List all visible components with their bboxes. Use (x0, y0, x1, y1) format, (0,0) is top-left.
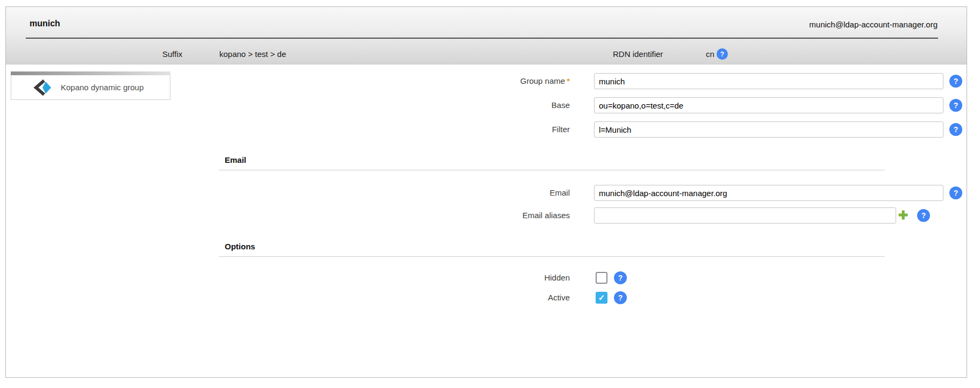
hidden-checkbox[interactable]: ✓ (596, 272, 607, 284)
email-aliases-help-icon[interactable]: ? (917, 209, 930, 222)
hidden-label: Hidden (355, 273, 570, 282)
group-name-input[interactable] (594, 73, 943, 89)
hidden-help-icon[interactable]: ? (614, 271, 627, 284)
tab-label: Kopano dynamic group (61, 83, 144, 92)
email-section-header: Email (219, 155, 884, 170)
account-identifier: munich@ldap-account-manager.org (809, 20, 938, 29)
filter-help-icon[interactable]: ? (949, 123, 962, 136)
email-aliases-label: Email aliases (355, 211, 570, 220)
email-help-icon[interactable]: ? (949, 186, 962, 199)
tab-active-strip (11, 71, 170, 75)
active-label: Active (355, 293, 570, 302)
required-marker: * (567, 76, 570, 85)
options-section-title: Options (225, 242, 255, 251)
base-label: Base (355, 100, 570, 110)
active-help-icon[interactable]: ? (614, 291, 627, 304)
filter-input[interactable] (594, 121, 943, 138)
rdn-identifier-value: cn (706, 49, 714, 59)
base-help-icon[interactable]: ? (949, 99, 962, 112)
active-checkbox[interactable]: ✓ (596, 292, 607, 304)
group-name-help-icon[interactable]: ? (949, 75, 962, 88)
group-name-label: Group name* (355, 76, 570, 85)
email-input[interactable] (594, 185, 943, 201)
email-label: Email (355, 188, 570, 197)
page-header: munich munich@ldap-account-manager.org S… (6, 7, 967, 64)
page-title: munich (30, 19, 60, 28)
filter-label: Filter (355, 125, 570, 134)
email-section-title: Email (225, 155, 246, 164)
header-divider (26, 38, 938, 39)
suffix-label: Suffix (162, 49, 182, 59)
rdn-identifier-label: RDN identifier (613, 49, 663, 59)
add-alias-icon[interactable]: ✚ (898, 209, 908, 222)
tab-kopano-dynamic-group[interactable]: Kopano dynamic group (11, 71, 170, 100)
rdn-help-icon[interactable]: ? (717, 48, 728, 60)
checkmark-icon: ✓ (598, 293, 605, 303)
base-input[interactable] (594, 97, 943, 113)
options-section-header: Options (219, 242, 884, 257)
suffix-breadcrumb: kopano > test > de (219, 49, 286, 59)
account-edit-panel: munich munich@ldap-account-manager.org S… (5, 6, 967, 378)
email-aliases-input[interactable] (594, 207, 896, 224)
kopano-logo-icon (33, 79, 53, 96)
